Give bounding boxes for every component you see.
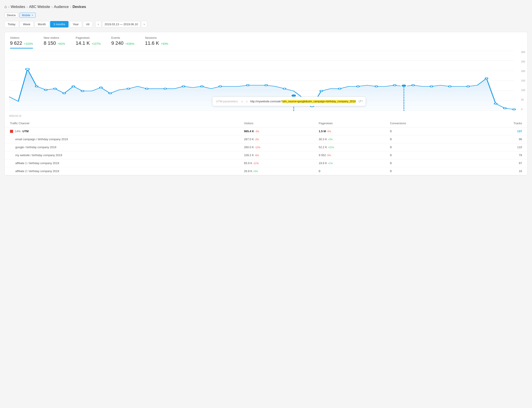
visitors-value-utm: 965.4 K — [244, 130, 254, 133]
col-header-visitors: Visitors — [241, 119, 316, 127]
svg-point-32 — [412, 85, 414, 86]
pageviews-value-utm: 1.5 M — [319, 130, 326, 133]
stat-events-value-row: 9 240 +636% — [111, 40, 134, 46]
stats-section: Visitors 9 622 +103% New visitors 8 150 … — [5, 32, 527, 49]
table-row: my website / birthday company 2019 109.2… — [5, 151, 527, 159]
svg-point-35 — [467, 86, 470, 87]
breadcrumb-devices: Devices — [72, 5, 86, 9]
tracks-sub4: 97 — [461, 159, 527, 167]
breadcrumb: ⌂ › Websites › ABC Website › Audience › … — [4, 4, 528, 9]
filter-tags: Device Mobile × — [4, 13, 528, 18]
svg-point-21 — [219, 86, 221, 87]
breadcrumb-separator: › — [26, 5, 28, 9]
svg-point-14 — [100, 87, 102, 88]
svg-point-29 — [357, 86, 359, 87]
conversions-sub5: 0 — [387, 167, 461, 175]
prev-date-button[interactable]: ‹ — [95, 21, 101, 27]
channel-name-utm: UTM — [22, 130, 29, 133]
svg-point-33 — [430, 86, 433, 87]
period-today[interactable]: Today — [4, 21, 19, 27]
breadcrumb-separator: › — [70, 5, 71, 9]
pageviews-sub4: 19.9 K +1% — [316, 159, 387, 167]
stat-visitors-value: 9 622 — [10, 40, 22, 46]
stat-new-visitors-label: New visitors — [44, 36, 65, 39]
channel-cell-sub4: affiliate 1 / birthday company 2019 — [5, 159, 241, 167]
utm-close-button[interactable]: × — [361, 99, 363, 102]
svg-point-13 — [81, 90, 84, 92]
svg-point-7 — [26, 68, 29, 70]
tracks-cell-utm: 137 — [461, 127, 527, 135]
table-row: google / birthday company 2019 260.0 K -… — [5, 143, 527, 151]
breadcrumb-abc-website[interactable]: ABC Website — [29, 5, 50, 9]
svg-point-31 — [393, 85, 396, 86]
x-axis-label: 2019.03.13 — [9, 115, 21, 117]
stat-sessions-label: Sessions — [145, 36, 168, 39]
utm-title: UTM-parameters — [216, 100, 238, 103]
svg-point-39 — [513, 109, 515, 110]
utm-forward-button[interactable]: › — [245, 99, 248, 104]
tracks-sub2: 110 — [461, 143, 527, 151]
filter-tag-mobile[interactable]: Mobile × — [19, 13, 36, 18]
col-header-channel: Traffic Channel — [5, 119, 241, 127]
svg-point-38 — [503, 108, 506, 109]
svg-point-19 — [182, 86, 185, 87]
pageviews-sub5: 0 — [316, 167, 387, 175]
svg-point-28 — [338, 88, 341, 89]
svg-point-10 — [54, 88, 56, 89]
visitors-sub5: 26.8 K +0% — [241, 167, 316, 175]
channel-cell-sub1: email campaign / birthday company 2019 — [5, 135, 241, 143]
conversions-sub3: 0 — [387, 151, 461, 159]
period-all[interactable]: All — [83, 21, 93, 27]
filter-tag-device[interactable]: Device — [4, 13, 18, 18]
visitors-sub3: 109.2 K -6% — [241, 151, 316, 159]
breadcrumb-websites[interactable]: Websites — [11, 5, 25, 9]
stat-new-visitors-change: +82% — [58, 42, 65, 45]
period-week[interactable]: Week — [20, 21, 34, 27]
y-label-50: 50 — [521, 98, 525, 101]
stat-events: Events 9 240 +636% — [111, 36, 134, 49]
svg-point-22 — [246, 85, 249, 86]
channel-percent-utm: 14% — [15, 130, 21, 133]
svg-point-12 — [72, 86, 75, 87]
y-label-200: 200 — [521, 70, 525, 72]
stat-sessions-value-row: 11.6 K +93% — [145, 40, 168, 46]
conversions-sub2: 0 — [387, 143, 461, 151]
stat-pageviews: Pageviews 14.1 K +107% — [76, 36, 101, 49]
stat-sessions-change: +93% — [161, 42, 168, 45]
period-3months[interactable]: 3 months — [50, 21, 69, 27]
filter-tag-mobile-label: Mobile — [22, 14, 30, 17]
tracks-sub1: 96 — [461, 135, 527, 143]
utm-back-button[interactable]: ‹ — [241, 99, 244, 104]
close-icon[interactable]: × — [32, 14, 33, 17]
breadcrumb-audience[interactable]: Audience — [54, 5, 69, 9]
date-nav: ‹ 2019.03.13 — 2019.06.10 › — [95, 21, 147, 27]
stat-pageviews-label: Pageviews — [76, 36, 101, 39]
stat-events-value: 9 240 — [111, 40, 123, 46]
breadcrumb-separator: › — [52, 5, 52, 9]
stat-visitors-value-row: 9 622 +103% — [10, 40, 33, 46]
period-month[interactable]: Month — [35, 21, 49, 27]
period-year[interactable]: Year — [69, 21, 82, 27]
home-icon[interactable]: ⌂ — [4, 4, 7, 9]
svg-point-15 — [109, 93, 111, 94]
svg-point-43 — [401, 84, 407, 87]
svg-point-30 — [375, 86, 378, 87]
col-header-tracks: Tracks — [461, 119, 527, 127]
table-row: affiliate 2 / birthday company 2019 26.8… — [5, 167, 527, 175]
svg-point-36 — [485, 78, 488, 79]
conversions-sub1: 0 — [387, 135, 461, 143]
utm-overlay: UTM-parameters × ‹ › http://mywebsite.co… — [212, 97, 366, 106]
next-date-button[interactable]: › — [141, 21, 147, 27]
y-label-150: 150 — [521, 79, 525, 82]
table-row: affiliate 1 / birthday company 2019 65.9… — [5, 159, 527, 167]
utm-url-highlight: utm_source=google&utm_campaign=birthday_… — [282, 100, 356, 103]
pageviews-sub3: 9 052 -5% — [316, 151, 387, 159]
pageviews-cell-utm: 1.5 M -5% — [316, 127, 387, 135]
stat-visitors: Visitors 9 622 +103% — [10, 36, 33, 49]
y-label-100: 100 — [521, 89, 525, 92]
stat-new-visitors: New visitors 8 150 +82% — [44, 36, 65, 49]
y-label-250: 250 — [521, 60, 525, 63]
main-card: Visitors 9 622 +103% New visitors 8 150 … — [4, 32, 528, 175]
y-label-300: 300 — [521, 51, 525, 53]
data-table: Traffic Channel Visitors Pageviews Conve… — [5, 119, 527, 175]
